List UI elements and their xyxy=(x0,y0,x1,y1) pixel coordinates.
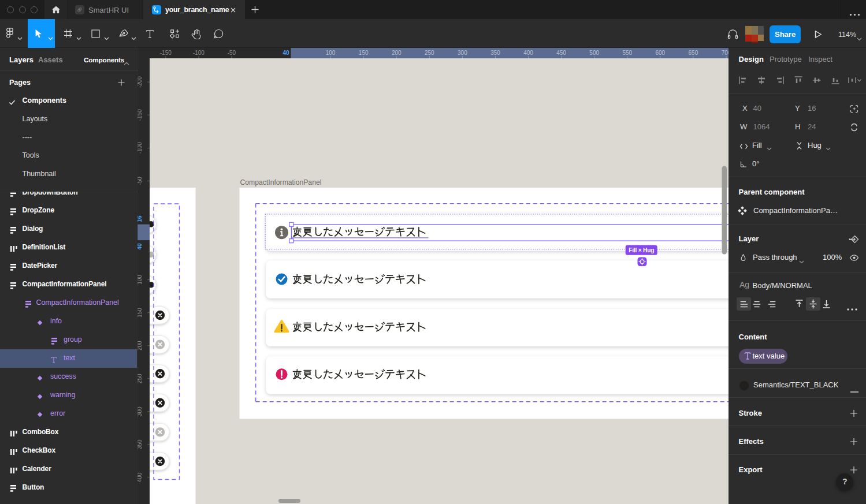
svg-text:550: 550 xyxy=(622,50,632,56)
svg-text:40: 40 xyxy=(283,50,289,56)
svg-text:700: 700 xyxy=(722,50,729,56)
svg-text:400: 400 xyxy=(523,50,533,56)
svg-text:100: 100 xyxy=(326,50,336,56)
svg-text:-50: -50 xyxy=(228,50,236,56)
svg-text:40: 40 xyxy=(137,243,143,250)
svg-text:250: 250 xyxy=(425,50,434,56)
svg-text:150: 150 xyxy=(137,308,143,318)
svg-text:100: 100 xyxy=(137,275,143,285)
svg-text:-200: -200 xyxy=(137,76,143,88)
svg-text:650: 650 xyxy=(689,50,698,56)
svg-text:-100: -100 xyxy=(193,50,205,56)
svg-text:-150: -150 xyxy=(160,50,172,56)
svg-text:350: 350 xyxy=(137,439,143,449)
svg-text:16: 16 xyxy=(137,215,143,222)
svg-text:150: 150 xyxy=(359,50,369,56)
svg-text:-100: -100 xyxy=(137,142,143,154)
svg-text:-150: -150 xyxy=(137,109,143,121)
svg-text:500: 500 xyxy=(589,50,599,56)
svg-text:450: 450 xyxy=(556,50,566,56)
svg-text:600: 600 xyxy=(655,50,665,56)
svg-text:400: 400 xyxy=(137,472,143,482)
svg-text:-50: -50 xyxy=(137,177,143,185)
svg-text:300: 300 xyxy=(458,50,467,56)
svg-text:200: 200 xyxy=(137,341,143,350)
svg-text:Fill × Hug: Fill × Hug xyxy=(629,247,654,253)
svg-text:200: 200 xyxy=(392,50,402,56)
svg-text:250: 250 xyxy=(137,374,143,383)
svg-text:300: 300 xyxy=(137,406,143,416)
svg-text:350: 350 xyxy=(490,50,500,56)
svg-text:CompactInformationPanel: CompactInformationPanel xyxy=(240,178,322,186)
